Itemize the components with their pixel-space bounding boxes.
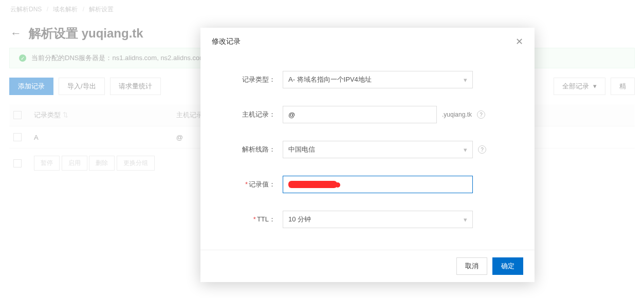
all-records-dropdown[interactable]: 全部记录 ▾ xyxy=(554,78,605,95)
pause-button[interactable]: 暂停 xyxy=(34,156,60,171)
bulk-checkbox[interactable] xyxy=(13,159,22,167)
chevron-down-icon: ▾ xyxy=(464,146,467,154)
chevron-down-icon: ▾ xyxy=(464,216,467,224)
enable-button[interactable]: 启用 xyxy=(62,156,87,171)
chevron-down-icon: ▾ xyxy=(593,82,597,90)
request-stats-button[interactable]: 请求量统计 xyxy=(110,78,161,95)
dropdown-label: 全部记录 xyxy=(562,82,589,90)
select-all-checkbox[interactable] xyxy=(13,111,22,119)
page-title: 解析设置 yuqiang.tk xyxy=(29,25,143,42)
close-icon[interactable]: ✕ xyxy=(516,36,523,47)
check-circle-icon: ✓ xyxy=(19,54,26,62)
label-ttl: *TTL： xyxy=(221,215,283,224)
breadcrumb-sep: / xyxy=(83,6,84,13)
label-resolution-line: 解析线路： xyxy=(221,145,283,154)
breadcrumb-item[interactable]: 云解析DNS xyxy=(10,6,42,13)
breadcrumb-item[interactable]: 域名解析 xyxy=(53,6,78,13)
sort-icon: ⇅ xyxy=(63,111,68,119)
notice-text: 当前分配的DNS服务器是：ns1.alidns.com, ns2.alidns.… xyxy=(31,53,205,63)
breadcrumb: 云解析DNS / 域名解析 / 解析设置 xyxy=(0,0,644,19)
label-host-record: 主机记录： xyxy=(221,110,283,119)
cell-type: A xyxy=(30,126,172,148)
delete-button[interactable]: 删除 xyxy=(89,156,115,171)
add-record-button[interactable]: 添加记录 xyxy=(9,78,53,95)
record-value-input-wrap xyxy=(283,176,473,193)
cancel-button[interactable]: 取消 xyxy=(456,257,487,275)
domain-suffix: .yuqiang.tk xyxy=(442,111,472,118)
row-checkbox[interactable] xyxy=(13,133,22,141)
edit-record-modal: 修改记录 ✕ 记录类型： A- 将域名指向一个IPV4地址 ▾ 主机记录： .y… xyxy=(200,28,535,282)
chevron-down-icon: ▾ xyxy=(464,76,467,84)
help-icon[interactable]: ? xyxy=(478,145,486,154)
label-record-value: *记录值： xyxy=(221,180,283,189)
modal-title: 修改记录 xyxy=(212,37,241,46)
label-record-type: 记录类型： xyxy=(221,75,283,84)
ok-button[interactable]: 确定 xyxy=(492,257,523,275)
change-group-button[interactable]: 更换分组 xyxy=(117,156,155,171)
breadcrumb-item: 解析设置 xyxy=(89,6,114,13)
col-record-type[interactable]: 记录类型⇅ xyxy=(30,104,172,126)
import-export-button[interactable]: 导入/导出 xyxy=(59,78,105,95)
help-icon[interactable]: ? xyxy=(477,110,485,119)
back-arrow-icon[interactable]: ← xyxy=(10,27,22,40)
breadcrumb-sep: / xyxy=(47,6,48,13)
search-button[interactable]: 精 xyxy=(611,78,635,95)
